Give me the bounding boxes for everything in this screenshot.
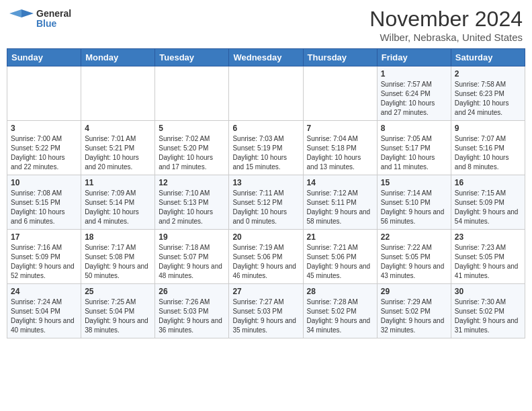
calendar-cell: 3Sunrise: 7:00 AMSunset: 5:22 PMDaylight… [7,121,81,175]
day-number: 5 [159,124,225,133]
day-info: Sunrise: 7:01 AMSunset: 5:21 PMDaylight:… [85,134,151,172]
day-number: 20 [232,232,299,242]
day-info: Sunrise: 7:57 AMSunset: 6:24 PMDaylight:… [381,80,447,118]
day-number: 29 [381,287,447,296]
calendar-cell [155,66,229,121]
day-number: 12 [159,178,225,187]
day-number: 18 [85,232,151,242]
day-number: 8 [381,124,447,133]
calendar-cell: 11Sunrise: 7:09 AMSunset: 5:14 PMDayligh… [81,175,155,230]
day-number: 17 [11,232,77,242]
day-number: 2 [455,69,521,79]
day-info: Sunrise: 7:00 AMSunset: 5:22 PMDaylight:… [11,134,77,172]
calendar-cell: 7Sunrise: 7:04 AMSunset: 5:18 PMDaylight… [303,121,377,175]
day-number: 3 [11,124,77,133]
header: General Blue November 2024 Wilber, Nebra… [7,7,525,43]
day-number: 25 [85,287,151,296]
day-info: Sunrise: 7:22 AMSunset: 5:05 PMDaylight:… [381,243,447,281]
day-info: Sunrise: 7:03 AMSunset: 5:19 PMDaylight:… [232,134,299,172]
day-number: 4 [85,124,151,133]
calendar-cell [7,66,81,121]
weekday-row: SundayMondayTuesdayWednesdayThursdayFrid… [7,49,525,66]
day-info: Sunrise: 7:24 AMSunset: 5:04 PMDaylight:… [11,298,77,335]
logo-text: General Blue [36,9,71,30]
calendar-cell: 9Sunrise: 7:07 AMSunset: 5:16 PMDaylight… [451,121,525,175]
calendar-cell: 10Sunrise: 7:08 AMSunset: 5:15 PMDayligh… [7,175,81,230]
calendar-header: SundayMondayTuesdayWednesdayThursdayFrid… [7,49,525,66]
calendar-cell: 16Sunrise: 7:15 AMSunset: 5:09 PMDayligh… [451,175,525,230]
calendar-cell: 2Sunrise: 7:58 AMSunset: 6:23 PMDaylight… [451,66,525,121]
day-info: Sunrise: 7:02 AMSunset: 5:20 PMDaylight:… [159,134,225,172]
week-row-5: 24Sunrise: 7:24 AMSunset: 5:04 PMDayligh… [7,284,525,338]
calendar-cell: 1Sunrise: 7:57 AMSunset: 6:24 PMDaylight… [377,66,451,121]
day-info: Sunrise: 7:11 AMSunset: 5:12 PMDaylight:… [232,189,299,226]
weekday-header-wednesday: Wednesday [229,49,303,66]
day-number: 23 [455,232,521,242]
day-number: 24 [11,287,77,296]
calendar-cell: 17Sunrise: 7:16 AMSunset: 5:09 PMDayligh… [7,230,81,284]
weekday-header-friday: Friday [377,49,451,66]
calendar-cell: 19Sunrise: 7:18 AMSunset: 5:07 PMDayligh… [155,230,229,284]
calendar-cell: 15Sunrise: 7:14 AMSunset: 5:10 PMDayligh… [377,175,451,230]
svg-marker-1 [9,9,21,17]
calendar-cell: 27Sunrise: 7:27 AMSunset: 5:03 PMDayligh… [229,284,303,338]
calendar-cell: 12Sunrise: 7:10 AMSunset: 5:13 PMDayligh… [155,175,229,230]
day-info: Sunrise: 7:08 AMSunset: 5:15 PMDaylight:… [11,189,77,226]
calendar-cell: 8Sunrise: 7:05 AMSunset: 5:17 PMDaylight… [377,121,451,175]
weekday-header-saturday: Saturday [451,49,525,66]
day-number: 10 [11,178,77,187]
day-number: 27 [232,287,299,296]
week-row-3: 10Sunrise: 7:08 AMSunset: 5:15 PMDayligh… [7,175,525,230]
day-number: 30 [455,287,521,296]
day-info: Sunrise: 7:04 AMSunset: 5:18 PMDaylight:… [307,134,373,172]
day-number: 6 [232,124,299,133]
day-number: 13 [232,178,299,187]
day-info: Sunrise: 7:25 AMSunset: 5:04 PMDaylight:… [85,298,151,335]
day-number: 11 [85,178,151,187]
calendar-cell: 23Sunrise: 7:23 AMSunset: 5:05 PMDayligh… [451,230,525,284]
day-info: Sunrise: 7:17 AMSunset: 5:08 PMDaylight:… [85,243,151,281]
calendar-cell: 6Sunrise: 7:03 AMSunset: 5:19 PMDaylight… [229,121,303,175]
location: Wilber, Nebraska, United States [369,32,523,43]
day-info: Sunrise: 7:30 AMSunset: 5:02 PMDaylight:… [455,298,521,335]
day-info: Sunrise: 7:12 AMSunset: 5:11 PMDaylight:… [307,189,373,226]
calendar: SundayMondayTuesdayWednesdayThursdayFrid… [7,48,525,338]
calendar-cell [81,66,155,121]
week-row-1: 1Sunrise: 7:57 AMSunset: 6:24 PMDaylight… [7,66,525,121]
day-number: 7 [307,124,373,133]
day-info: Sunrise: 7:58 AMSunset: 6:23 PMDaylight:… [455,80,521,118]
day-number: 22 [381,232,447,242]
day-number: 28 [307,287,373,296]
svg-marker-0 [21,9,34,17]
calendar-cell: 14Sunrise: 7:12 AMSunset: 5:11 PMDayligh… [303,175,377,230]
weekday-header-thursday: Thursday [303,49,377,66]
day-info: Sunrise: 7:29 AMSunset: 5:02 PMDaylight:… [381,298,447,335]
calendar-cell [303,66,377,121]
week-row-2: 3Sunrise: 7:00 AMSunset: 5:22 PMDaylight… [7,121,525,175]
day-info: Sunrise: 7:16 AMSunset: 5:09 PMDaylight:… [11,243,77,281]
calendar-body: 1Sunrise: 7:57 AMSunset: 6:24 PMDaylight… [7,66,525,338]
day-info: Sunrise: 7:15 AMSunset: 5:09 PMDaylight:… [455,189,521,226]
calendar-cell: 24Sunrise: 7:24 AMSunset: 5:04 PMDayligh… [7,284,81,338]
day-info: Sunrise: 7:26 AMSunset: 5:03 PMDaylight:… [159,298,225,335]
title-block: November 2024 Wilber, Nebraska, United S… [369,7,523,43]
day-info: Sunrise: 7:09 AMSunset: 5:14 PMDaylight:… [85,189,151,226]
calendar-cell [229,66,303,121]
day-info: Sunrise: 7:19 AMSunset: 5:06 PMDaylight:… [232,243,299,281]
day-info: Sunrise: 7:18 AMSunset: 5:07 PMDaylight:… [159,243,225,281]
weekday-header-monday: Monday [81,49,155,66]
day-number: 19 [159,232,225,242]
calendar-cell: 13Sunrise: 7:11 AMSunset: 5:12 PMDayligh… [229,175,303,230]
calendar-cell: 20Sunrise: 7:19 AMSunset: 5:06 PMDayligh… [229,230,303,284]
logo-icon [9,7,34,31]
page: General Blue November 2024 Wilber, Nebra… [0,0,532,345]
calendar-cell: 26Sunrise: 7:26 AMSunset: 5:03 PMDayligh… [155,284,229,338]
calendar-cell: 25Sunrise: 7:25 AMSunset: 5:04 PMDayligh… [81,284,155,338]
day-info: Sunrise: 7:21 AMSunset: 5:06 PMDaylight:… [307,243,373,281]
calendar-cell: 21Sunrise: 7:21 AMSunset: 5:06 PMDayligh… [303,230,377,284]
calendar-cell: 5Sunrise: 7:02 AMSunset: 5:20 PMDaylight… [155,121,229,175]
day-info: Sunrise: 7:23 AMSunset: 5:05 PMDaylight:… [455,243,521,281]
day-number: 26 [159,287,225,296]
day-number: 1 [381,69,447,79]
day-number: 15 [381,178,447,187]
